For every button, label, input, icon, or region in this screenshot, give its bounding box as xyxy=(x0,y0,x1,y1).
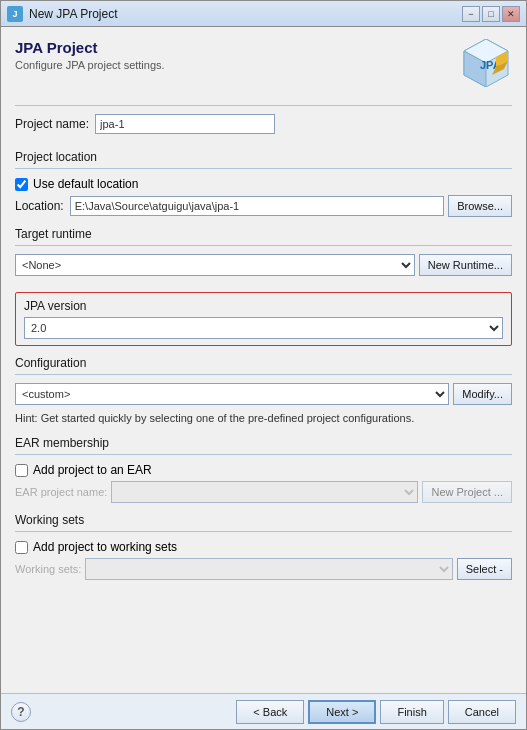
working-sets-dropdown xyxy=(85,558,452,580)
header-divider xyxy=(15,105,512,106)
runtime-divider xyxy=(15,245,512,246)
page-icon: JPA xyxy=(460,39,512,87)
working-sets-divider xyxy=(15,531,512,532)
jpa-version-row: 2.0 xyxy=(24,317,503,339)
project-name-row: Project name: xyxy=(15,114,512,134)
content-area: JPA Project Configure JPA project settin… xyxy=(1,27,526,693)
configuration-label: Configuration xyxy=(15,356,512,370)
finish-button[interactable]: Finish xyxy=(380,700,443,724)
page-title: JPA Project xyxy=(15,39,450,56)
runtime-row: <None> New Runtime... xyxy=(15,254,512,276)
browse-button[interactable]: Browse... xyxy=(448,195,512,217)
jpa-version-label: JPA version xyxy=(24,299,503,313)
page-header: JPA Project Configure JPA project settin… xyxy=(15,39,512,87)
working-sets-label: Working sets xyxy=(15,513,512,527)
modify-button[interactable]: Modify... xyxy=(453,383,512,405)
window-icon: J xyxy=(7,6,23,22)
use-default-label[interactable]: Use default location xyxy=(33,177,138,191)
working-sets-row: Working sets: Select - xyxy=(15,558,512,580)
use-default-checkbox[interactable] xyxy=(15,178,28,191)
page-subtitle: Configure JPA project settings. xyxy=(15,59,450,71)
footer-buttons: < Back Next > Finish Cancel xyxy=(236,700,516,724)
close-button[interactable]: ✕ xyxy=(502,6,520,22)
ear-membership-section: EAR membership Add project to an EAR EAR… xyxy=(15,436,512,503)
project-name-label: Project name: xyxy=(15,117,89,131)
page-header-text: JPA Project Configure JPA project settin… xyxy=(15,39,450,71)
use-default-location-row: Use default location xyxy=(15,177,512,191)
add-to-working-sets-row: Add project to working sets xyxy=(15,540,512,554)
footer: ? < Back Next > Finish Cancel xyxy=(1,693,526,729)
add-to-ear-label[interactable]: Add project to an EAR xyxy=(33,463,152,477)
location-input[interactable] xyxy=(70,196,444,216)
target-runtime-section: Target runtime <None> New Runtime... xyxy=(15,227,512,282)
location-divider xyxy=(15,168,512,169)
runtime-dropdown[interactable]: <None> xyxy=(15,254,415,276)
hint-text: Hint: Get started quickly by selecting o… xyxy=(15,411,512,426)
jpa-version-section: JPA version 2.0 xyxy=(15,292,512,346)
project-location-section: Project location Use default location Lo… xyxy=(15,150,512,217)
add-to-ear-checkbox[interactable] xyxy=(15,464,28,477)
help-button[interactable]: ? xyxy=(11,702,31,722)
config-divider xyxy=(15,374,512,375)
working-sets-field-label: Working sets: xyxy=(15,563,81,575)
add-to-working-sets-checkbox[interactable] xyxy=(15,541,28,554)
title-bar: J New JPA Project − □ ✕ xyxy=(1,1,526,27)
select-button[interactable]: Select - xyxy=(457,558,512,580)
cancel-button[interactable]: Cancel xyxy=(448,700,516,724)
ear-divider xyxy=(15,454,512,455)
location-label: Location: xyxy=(15,199,64,213)
title-bar-controls: − □ ✕ xyxy=(462,6,520,22)
configuration-row: <custom> Modify... xyxy=(15,383,512,405)
ear-project-name-label: EAR project name: xyxy=(15,486,107,498)
ear-project-name-dropdown xyxy=(111,481,418,503)
configuration-section: Configuration <custom> Modify... Hint: G… xyxy=(15,356,512,426)
window: J New JPA Project − □ ✕ JPA Project Conf… xyxy=(0,0,527,730)
new-runtime-button[interactable]: New Runtime... xyxy=(419,254,512,276)
project-name-section: Project name: xyxy=(15,114,512,140)
project-name-input[interactable] xyxy=(95,114,275,134)
target-runtime-label: Target runtime xyxy=(15,227,512,241)
next-button[interactable]: Next > xyxy=(308,700,376,724)
configuration-dropdown[interactable]: <custom> xyxy=(15,383,449,405)
window-title: New JPA Project xyxy=(29,7,462,21)
minimize-button[interactable]: − xyxy=(462,6,480,22)
project-location-label: Project location xyxy=(15,150,512,164)
add-to-working-sets-label[interactable]: Add project to working sets xyxy=(33,540,177,554)
location-row: Location: Browse... xyxy=(15,195,512,217)
new-project-button: New Project ... xyxy=(422,481,512,503)
back-button[interactable]: < Back xyxy=(236,700,304,724)
maximize-button[interactable]: □ xyxy=(482,6,500,22)
ear-project-row: EAR project name: New Project ... xyxy=(15,481,512,503)
add-to-ear-row: Add project to an EAR xyxy=(15,463,512,477)
ear-membership-label: EAR membership xyxy=(15,436,512,450)
jpa-version-dropdown[interactable]: 2.0 xyxy=(24,317,503,339)
working-sets-section: Working sets Add project to working sets… xyxy=(15,513,512,580)
